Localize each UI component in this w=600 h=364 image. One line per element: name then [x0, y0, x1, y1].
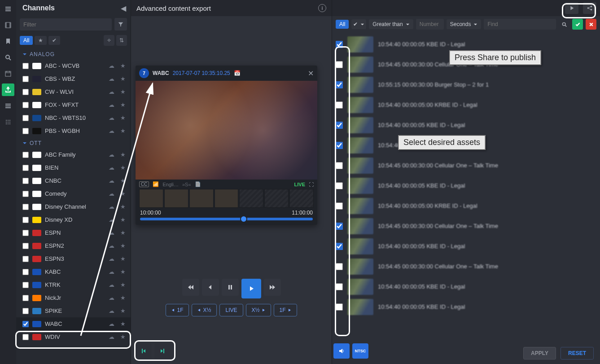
cloud-icon[interactable]: ☁ — [107, 307, 115, 314]
channel-item[interactable]: SPIKE☁★ — [16, 304, 131, 317]
collapse-sidebar-icon[interactable]: ◀ — [121, 4, 126, 13]
star-icon[interactable]: ★ — [119, 320, 127, 327]
channel-item[interactable]: CNBC☁★ — [16, 174, 131, 187]
asset-checkbox[interactable] — [336, 81, 343, 88]
timeline[interactable]: 10:00:00 11:00:00 — [136, 208, 317, 225]
star-icon[interactable]: ★ — [119, 294, 127, 301]
star-icon[interactable]: ★ — [119, 281, 127, 288]
channel-checkbox[interactable] — [22, 334, 29, 340]
channel-checkbox[interactable] — [22, 115, 29, 121]
channel-checkbox[interactable] — [22, 128, 29, 134]
asset-row[interactable]: 10:54:40 00:00:05 KBE ID - Legal — [336, 236, 596, 256]
filter-apply-icon[interactable] — [572, 19, 583, 30]
channel-checkbox[interactable] — [22, 89, 29, 95]
star-icon[interactable]: ★ — [119, 127, 127, 134]
asset-checkbox[interactable] — [336, 182, 343, 189]
asset-row[interactable]: 10:55:15 00:00:30:00 Burger Stop – 2 for… — [336, 75, 596, 95]
video-frame[interactable] — [136, 81, 317, 180]
calendar-small-icon[interactable]: 📅 — [234, 70, 241, 76]
star-icon[interactable]: ★ — [119, 151, 127, 158]
speed-half-back[interactable]: X½ — [192, 304, 217, 316]
star-icon[interactable]: ★ — [119, 177, 127, 184]
channel-checkbox[interactable] — [22, 321, 29, 327]
share-button[interactable] — [583, 2, 596, 14]
mark-in-button[interactable] — [136, 343, 152, 359]
asset-checkbox[interactable] — [336, 41, 343, 48]
channel-item[interactable]: WDIV☁★ — [16, 330, 131, 343]
cloud-icon[interactable]: ☁ — [107, 164, 115, 171]
asset-filter-all[interactable]: All — [336, 20, 349, 29]
rewind-button[interactable] — [182, 279, 199, 296]
calendar-icon[interactable] — [2, 67, 14, 80]
language-select[interactable]: Engli… — [162, 182, 178, 187]
speed-icon[interactable]: »S« — [182, 182, 191, 187]
star-icon[interactable]: ★ — [119, 229, 127, 236]
asset-row[interactable]: 10:54:40 00:00:05:00 KRBE ID - Legal — [336, 95, 596, 115]
asset-checkbox[interactable] — [336, 303, 343, 311]
channel-checkbox[interactable] — [22, 152, 29, 158]
grid-small-icon[interactable] — [2, 116, 14, 128]
cloud-icon[interactable]: ☁ — [107, 333, 115, 340]
speed-half-fwd[interactable]: X½ — [246, 304, 271, 316]
pause-button[interactable] — [222, 279, 239, 296]
channel-checkbox[interactable] — [22, 217, 29, 223]
asset-checkbox[interactable] — [336, 223, 343, 230]
channel-item[interactable]: FOX - WFXT☁★ — [16, 98, 131, 111]
channel-checkbox[interactable] — [22, 230, 29, 236]
channel-item[interactable]: BIEN☁★ — [16, 161, 131, 174]
asset-checkbox[interactable] — [336, 263, 343, 270]
channel-checkbox[interactable] — [22, 269, 29, 275]
cloud-icon[interactable]: ☁ — [107, 127, 115, 134]
channel-item[interactable]: NickJr☁★ — [16, 291, 131, 304]
film-icon[interactable] — [2, 19, 14, 31]
channel-filter-input[interactable] — [20, 18, 112, 31]
asset-row[interactable]: 10:54:40 00:00:05:00 KRBE ID - Legal — [336, 196, 596, 216]
channel-item[interactable]: CBS - WBZ☁★ — [16, 72, 131, 85]
quality-button[interactable]: NTSC — [352, 343, 368, 359]
channel-checkbox[interactable] — [22, 178, 29, 184]
channel-item[interactable]: NBC - WBTS10☁★ — [16, 111, 131, 124]
apply-button[interactable]: APPLY — [523, 347, 556, 360]
channel-item[interactable]: Comedy☁★ — [16, 187, 131, 200]
cloud-icon[interactable]: ☁ — [107, 75, 115, 82]
channel-checkbox[interactable] — [22, 308, 29, 314]
channel-item[interactable]: Disney Channel☁★ — [16, 200, 131, 213]
star-icon[interactable]: ★ — [119, 190, 127, 197]
group-header-ott[interactable]: OTT — [16, 137, 131, 148]
channel-checkbox[interactable] — [22, 191, 29, 197]
channel-item[interactable]: WABC☁★ — [16, 317, 131, 330]
cloud-icon[interactable]: ☁ — [107, 203, 115, 210]
mark-out-button[interactable] — [154, 343, 171, 359]
filter-chip-check[interactable]: ✔ — [48, 36, 60, 45]
group-header-analog[interactable]: ANALOG — [16, 48, 131, 59]
find-input[interactable] — [484, 19, 556, 30]
asset-row[interactable]: 10:54:45 00:00:30:00 Cellular One – Talk… — [336, 216, 596, 236]
channel-checkbox[interactable] — [22, 282, 29, 288]
asset-row[interactable]: 10:54:45 00:00:30:00 Cellular One – Talk… — [336, 256, 596, 276]
cloud-icon[interactable]: ☁ — [107, 294, 115, 301]
asset-row[interactable]: 10:54:45 00:00:30:00 Cellular One – Talk… — [336, 155, 596, 175]
cloud-icon[interactable]: ☁ — [107, 242, 115, 249]
asset-checkbox[interactable] — [336, 283, 343, 290]
cloud-icon[interactable]: ☁ — [107, 268, 115, 275]
cloud-icon[interactable]: ☁ — [107, 320, 115, 327]
signal-icon[interactable]: 📶 — [153, 181, 159, 187]
volume-button[interactable] — [333, 343, 350, 359]
channel-item[interactable]: ESPN☁★ — [16, 226, 131, 239]
channel-item[interactable]: KABC☁★ — [16, 265, 131, 278]
channel-item[interactable]: CW - WLVI☁★ — [16, 85, 131, 98]
sort-icon[interactable]: ⇅ — [116, 35, 127, 46]
channel-checkbox[interactable] — [22, 295, 29, 301]
channel-item[interactable]: ABC - WCVB☁★ — [16, 59, 131, 72]
cloud-icon[interactable]: ☁ — [107, 190, 115, 197]
filter-clear-icon[interactable] — [586, 19, 596, 30]
asset-checkbox[interactable] — [336, 61, 343, 68]
channel-checkbox[interactable] — [22, 102, 29, 108]
cloud-icon[interactable]: ☁ — [107, 255, 115, 262]
cloud-icon[interactable]: ☁ — [107, 216, 115, 223]
speed-live[interactable]: LIVE — [219, 304, 243, 316]
play-top-button[interactable] — [565, 2, 578, 14]
number-input[interactable] — [416, 19, 444, 30]
star-icon[interactable]: ★ — [119, 101, 127, 108]
menu-icon[interactable] — [2, 3, 14, 15]
